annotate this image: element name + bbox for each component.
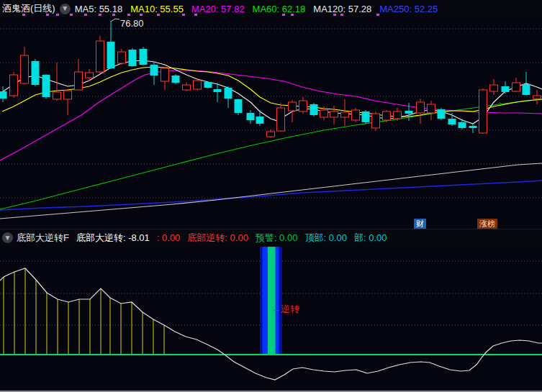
ma120-line — [0, 163, 542, 219]
candle-body — [64, 91, 72, 99]
candle-body — [183, 85, 191, 90]
candle-body — [21, 55, 29, 83]
candle-body — [75, 72, 83, 90]
indicator-chart: ←逆转 — [0, 246, 542, 391]
candle-body — [372, 114, 380, 128]
signal-dot — [157, 14, 160, 16]
candle-body — [107, 42, 115, 68]
candlestick-chart: 76.80 — [0, 17, 542, 229]
indicator-reading-3: 预警: 0.00 — [256, 232, 298, 243]
candle-body — [150, 65, 158, 76]
candlestick-panel: 76.80 财 涨榜 — [0, 17, 542, 229]
candle-body — [235, 99, 243, 113]
candle-body — [140, 49, 148, 65]
candle-body — [438, 109, 446, 119]
indicator-reading-1: : 0.00 — [157, 232, 181, 243]
ma60-line — [0, 99, 542, 209]
peak-pointer-line — [111, 19, 119, 22]
candle-body — [448, 119, 456, 124]
candle-body — [310, 104, 318, 115]
candle-body — [320, 110, 328, 117]
ma-reading-4: MA120: 57.28 — [313, 4, 371, 14]
candle-body — [512, 83, 520, 91]
candle-body — [10, 75, 18, 96]
candle-body — [96, 41, 104, 72]
candle-body — [225, 88, 232, 99]
signal-dots-row — [0, 14, 542, 17]
candle-body — [502, 86, 510, 92]
chevron-down-icon[interactable]: ▼ — [2, 232, 13, 243]
indicator-panel: ←逆转 — [0, 246, 542, 391]
histogram-bars — [4, 268, 164, 354]
candle-body — [417, 102, 425, 113]
signal-dot — [182, 14, 185, 16]
signal-dot — [291, 14, 294, 16]
candle-body — [394, 111, 402, 119]
signal-dot — [112, 14, 115, 16]
ma10-line — [2, 67, 542, 117]
candle-body — [172, 76, 180, 83]
candle-body — [289, 102, 297, 111]
candle-body — [330, 111, 338, 117]
ma-reading-5: MA250: 52.25 — [379, 4, 438, 14]
candle-body — [352, 110, 360, 120]
gainers-rank-tag[interactable]: 涨榜 — [477, 219, 497, 229]
signal-dot — [194, 14, 197, 16]
signal-dot — [84, 14, 87, 16]
ma-reading-0: MA5: 55.18 — [75, 4, 123, 14]
indicator-readings: 底部大逆转: -8.01: 0.00底部逆转: 0.00预警: 0.00顶部: … — [76, 231, 394, 245]
candle-body — [459, 122, 466, 128]
candle-body — [247, 113, 255, 120]
indicator-reading-0: 底部大逆转: -8.01 — [76, 232, 150, 243]
candle-body — [256, 117, 264, 124]
indicator-header: ▼ 底部大逆转F 底部大逆转: -8.01: 0.00底部逆转: 0.00预警:… — [0, 229, 542, 246]
signal-dot — [282, 14, 285, 16]
signal-dot — [127, 14, 130, 16]
candle-body — [214, 89, 222, 92]
candle-body — [0, 91, 7, 99]
candle-body — [362, 111, 370, 122]
candle-body — [42, 75, 50, 97]
peak-price-label: 76.80 — [120, 18, 144, 29]
ma-reading-3: MA60: 62.18 — [253, 4, 306, 14]
candle-body — [405, 111, 413, 114]
candle-body — [267, 132, 275, 137]
candle-body — [53, 92, 61, 99]
chevron-down-icon[interactable]: ▼ — [60, 4, 71, 14]
candle-body — [204, 82, 212, 88]
candle-body — [299, 101, 307, 111]
finance-tag[interactable]: 财 — [414, 219, 426, 229]
candle-body — [428, 104, 435, 113]
candle-body — [194, 81, 202, 89]
ma-reading-2: MA20: 57.82 — [191, 4, 245, 14]
candle-body — [161, 68, 169, 81]
candle-body — [533, 96, 541, 99]
indicator-reading-4: 顶部: 0.00 — [304, 232, 347, 243]
indicator-reading-5: 部: 0.00 — [354, 232, 387, 243]
signal-dot — [46, 14, 49, 16]
signal-dot — [333, 14, 336, 16]
signal-dot — [70, 14, 73, 16]
signal-dot — [22, 14, 25, 16]
signal-dot — [140, 14, 143, 16]
candle-body — [341, 112, 349, 117]
candle-body — [479, 90, 487, 133]
candle-body — [129, 50, 137, 66]
candle-body — [469, 126, 477, 128]
candle-body — [32, 61, 40, 85]
signal-dot — [340, 14, 343, 16]
signal-dot — [99, 14, 101, 16]
ma250-line — [0, 181, 542, 210]
indicator-reading-2: 底部逆转: 0.00 — [187, 232, 248, 243]
candle-body — [383, 111, 391, 120]
signal-dot — [56, 14, 59, 16]
candle-body — [277, 108, 285, 131]
candle-body — [86, 73, 94, 78]
reversal-annotation: ←逆转 — [271, 304, 299, 314]
signal-dot — [376, 14, 379, 16]
candle-body — [118, 52, 126, 63]
candle-body — [523, 84, 530, 95]
stock-app-window: 酒鬼酒(日线) ▼ MA5: 55.18MA10: 55.55MA20: 57.… — [0, 0, 542, 392]
reversal-signal-bar-center — [268, 247, 276, 355]
candle-body — [490, 85, 498, 91]
